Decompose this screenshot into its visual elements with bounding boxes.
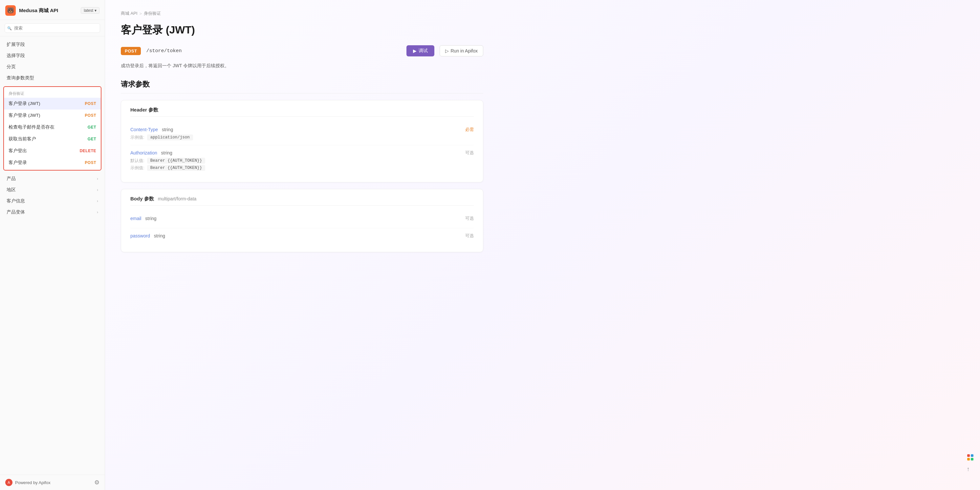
sidebar-item-expand-fields[interactable]: 扩展字段: [0, 39, 105, 50]
sidebar-item-jwt-login-1[interactable]: 客户登录 (JWT) POST: [4, 98, 101, 109]
run-in-apifox-button[interactable]: ▷ Run in Apifox: [440, 45, 484, 56]
try-button[interactable]: ▶ 调试: [406, 45, 434, 56]
header-params-title: Header 参数: [130, 107, 474, 117]
sidebar-item-regions[interactable]: 地区 ›: [0, 184, 105, 195]
method-post-badge-1: POST: [85, 101, 96, 106]
sidebar-item-product-variants[interactable]: 产品变体 ›: [0, 207, 105, 218]
sidebar-item-pagination[interactable]: 分页: [0, 61, 105, 73]
dot-orange: [967, 458, 970, 460]
apifox-run-icon: ▷: [445, 48, 449, 54]
param-name-group: Content-Type string: [130, 127, 173, 132]
page-title: 客户登录 (JWT): [121, 23, 483, 37]
sidebar-item-current-customer[interactable]: 获取当前客户 GET: [4, 133, 101, 145]
param-row-authorization: Authorization string 可选 默认值: Bearer {{AU…: [130, 145, 474, 176]
sidebar-item-select-fields[interactable]: 选择字段: [0, 50, 105, 61]
dot-green: [971, 458, 974, 460]
param-value-auth-default: Bearer {{AUTH_TOKEN}}: [147, 158, 205, 164]
method-post-badge-3: POST: [85, 160, 96, 165]
svg-text:🐻: 🐻: [7, 7, 14, 14]
param-value-content-type: application/json: [147, 135, 193, 140]
param-name-password: password: [130, 233, 150, 238]
param-name-authorization: Authorization: [130, 150, 157, 155]
dot-blue: [971, 454, 974, 457]
sidebar-header: 🐻 Medusa 商城 API latest ▾: [0, 0, 105, 20]
chevron-right-icon-variants: ›: [97, 210, 98, 214]
param-type-password: string: [154, 233, 165, 238]
content-area: 商城 API > 身份验证 客户登录 (JWT) POST /store/tok…: [105, 0, 499, 279]
endpoint-url: /store/token: [146, 48, 401, 54]
optional-badge-email: 可选: [465, 216, 474, 221]
sidebar-item-logout[interactable]: 客户登出 DELETE: [4, 145, 101, 157]
app-title: Medusa 商城 API: [19, 8, 78, 14]
param-type-email: string: [145, 216, 156, 221]
page-description: 成功登录后，将返回一个 JWT 令牌以用于后续授权。: [121, 63, 483, 69]
optional-badge-authorization: 可选: [465, 150, 474, 156]
sidebar-nav: 扩展字段 选择字段 分页 查询参数类型 身份验证 客户登录 (JWT) POST…: [0, 36, 105, 474]
nav-items-below: 产品 › 地区 › 客户信息 › 产品变体 ›: [0, 173, 105, 218]
powered-by: A Powered by Apifox: [5, 479, 51, 486]
param-row-content-type: Content-Type string 必需 示例值: application/…: [130, 122, 474, 145]
method-get-badge-2: GET: [88, 137, 96, 141]
scroll-top-button[interactable]: ↑: [963, 464, 974, 474]
param-name-email: email: [130, 216, 141, 221]
param-row-password: password string 可选: [130, 228, 474, 245]
dots-widget[interactable]: [967, 454, 974, 460]
param-value-auth-example: Bearer {{AUTH_TOKEN}}: [147, 165, 205, 171]
endpoint-method-badge: POST: [121, 47, 141, 55]
main-content: 商城 API > 身份验证 客户登录 (JWT) POST /store/tok…: [105, 0, 980, 490]
sidebar-item-check-email[interactable]: 检查电子邮件是否存在 GET: [4, 121, 101, 133]
version-badge[interactable]: latest ▾: [81, 7, 99, 14]
body-params-title: Body 参数 multipart/form-data: [130, 196, 474, 206]
optional-badge-password: 可选: [465, 233, 474, 239]
params-section-title: 请求参数: [121, 79, 483, 94]
method-post-badge-2: POST: [85, 113, 96, 118]
settings-icon[interactable]: ⚙: [94, 479, 99, 486]
param-row-email: email string 可选: [130, 211, 474, 228]
sidebar-footer: A Powered by Apifox ⚙: [0, 474, 105, 490]
nav-items-above: 扩展字段 选择字段 分页 查询参数类型: [0, 39, 105, 84]
method-get-badge-1: GET: [88, 125, 96, 130]
chevron-right-icon-regions: ›: [97, 188, 98, 192]
breadcrumb-sep: >: [140, 11, 142, 16]
sidebar: 🐻 Medusa 商城 API latest ▾ 扩展字段 选择字段 分页: [0, 0, 105, 490]
chevron-right-icon-products: ›: [97, 176, 98, 181]
method-delete-badge: DELETE: [80, 149, 96, 153]
sidebar-item-products[interactable]: 产品 ›: [0, 173, 105, 184]
param-detail-auth-default: 默认值: Bearer {{AUTH_TOKEN}}: [130, 158, 474, 164]
endpoint-row: POST /store/token ▶ 调试 ▷ Run in Apifox: [121, 45, 483, 56]
required-badge-content-type: 必需: [465, 127, 474, 133]
search-container: [0, 20, 105, 36]
header-params-card: Header 参数 Content-Type string 必需 示例值: ap…: [121, 100, 483, 182]
dot-red: [967, 454, 970, 457]
play-icon: ▶: [413, 48, 417, 54]
app-logo: 🐻: [5, 5, 16, 16]
chevron-right-icon-customer-info: ›: [97, 199, 98, 203]
sidebar-item-query-types[interactable]: 查询参数类型: [0, 73, 105, 84]
breadcrumb: 商城 API > 身份验证: [121, 11, 483, 16]
section-title-auth: 身份验证: [4, 88, 101, 98]
nav-section-auth: 身份验证 客户登录 (JWT) POST 客户登录 (JWT) POST 检查电…: [3, 86, 102, 171]
apifox-icon: A: [5, 479, 13, 486]
sidebar-item-login[interactable]: 客户登录 POST: [4, 157, 101, 168]
search-input[interactable]: [5, 23, 100, 33]
sidebar-item-jwt-login-2[interactable]: 客户登录 (JWT) POST: [4, 109, 101, 121]
param-type-authorization: string: [161, 150, 172, 155]
param-type-content-type: string: [162, 127, 173, 132]
param-auth-name-group: Authorization string: [130, 150, 172, 155]
chevron-down-icon: ▾: [95, 8, 97, 13]
body-params-card: Body 参数 multipart/form-data email string…: [121, 189, 483, 252]
param-name-content-type: Content-Type: [130, 127, 158, 132]
param-detail-auth-example: 示例值: Bearer {{AUTH_TOKEN}}: [130, 165, 474, 171]
sidebar-item-customer-info[interactable]: 客户信息 ›: [0, 195, 105, 207]
param-detail-content-type: 示例值: application/json: [130, 135, 474, 140]
